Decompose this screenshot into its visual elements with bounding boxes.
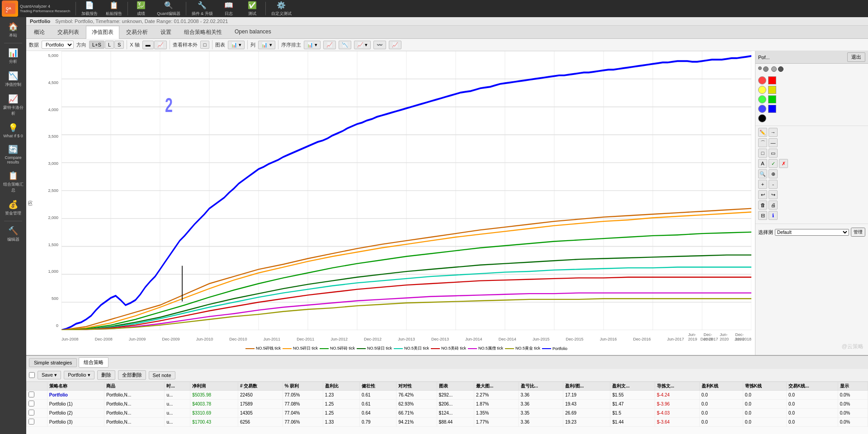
quant-editor-icon: 🔍 — [164, 1, 173, 10]
add-report-button[interactable]: 📄 加载报告 — [78, 0, 101, 17]
journal-button[interactable]: 📖 日志 — [217, 0, 240, 17]
results-button[interactable]: 💹 成绩 — [130, 0, 152, 17]
paste-report-button[interactable]: 📋 粘贴报告 — [102, 0, 126, 17]
plugins-icon: 🔧 — [198, 1, 207, 10]
toolbar-sep-2 — [127, 2, 128, 15]
toolbar-sep-4 — [265, 2, 266, 15]
add-report-icon: 📄 — [85, 1, 94, 10]
toolbar-sep-3 — [186, 2, 186, 15]
results-icon: 💹 — [137, 1, 146, 10]
app-logo: QA 4 — [2, 0, 18, 17]
toolbar-sep-1 — [75, 2, 76, 15]
paste-report-icon: 📋 — [109, 1, 118, 10]
logo-area: QA 4 QuantAnalyzer 4 Trading Performance… — [2, 0, 70, 17]
quant-editor-button[interactable]: 🔍 Quant编辑器 — [153, 0, 184, 17]
app-name: QuantAnalyzer 4 Trading Performance Rese… — [20, 4, 70, 13]
journal-icon: 📖 — [224, 1, 233, 10]
test-button[interactable]: ✅ 测试 — [241, 0, 264, 17]
svg-text:QA: QA — [6, 6, 11, 10]
plugins-button[interactable]: 🔧 插件 & 升级 — [188, 0, 217, 17]
custom-test-button[interactable]: ⚙️ 自定义测试 — [268, 0, 295, 17]
top-toolbar: QA 4 QuantAnalyzer 4 Trading Performance… — [0, 0, 868, 17]
test-icon: ✅ — [248, 1, 257, 10]
custom-test-icon: ⚙️ — [277, 1, 286, 10]
